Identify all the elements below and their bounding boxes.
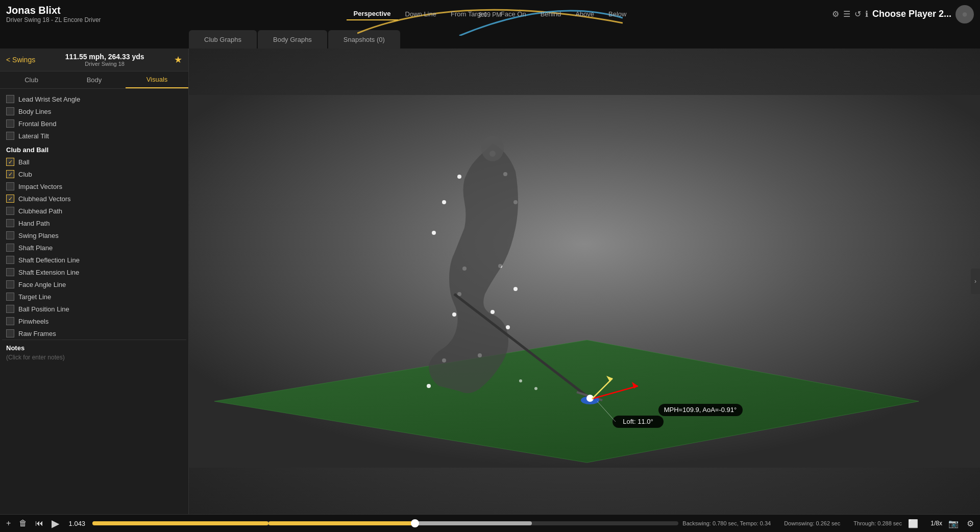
tab-club[interactable]: Club [0,71,63,88]
item-club[interactable]: Club [2,168,186,180]
backswing-label: Backswing: 0.780 sec, Tempo: 0.34 [682,520,771,526]
rewind-button[interactable]: ⏮ [33,518,45,529]
svg-point-17 [513,287,518,291]
speed-display: 1/8x [924,520,942,527]
item-body-lines[interactable]: Body Lines [2,105,186,117]
label-shaft-plane: Shaft Plane [18,244,53,252]
item-swing-planes[interactable]: Swing Planes [2,229,186,241]
tab-body[interactable]: Body [63,71,126,88]
tab-faceon[interactable]: Face On [494,8,533,20]
label-face-angle: Face Angle Line [18,281,66,288]
tab-snapshots[interactable]: Snapshots (0) [328,30,400,49]
delete-button[interactable]: 🗑 [17,518,29,529]
add-marker-button[interactable]: + [4,518,13,529]
cb-raw-frames [6,329,14,337]
sidebar: < Swings 111.55 mph, 264.33 yds Driver S… [0,49,189,514]
item-hand-path[interactable]: Hand Path [2,217,186,229]
top-bar: Jonas Blixt Driver Swing 18 - ZL Encore … [0,0,980,28]
notes-title: Notes [6,344,182,352]
item-shaft-plane[interactable]: Shaft Plane [2,241,186,254]
cb-lateral-tilt [6,132,14,140]
svg-point-6 [442,200,446,204]
label-raw-frames: Raw Frames [18,330,56,337]
play-button[interactable]: ▶ [50,516,61,530]
main-layout: < Swings 111.55 mph, 264.33 yds Driver S… [0,49,980,514]
item-raw-frames[interactable]: Raw Frames [2,327,186,340]
cb-clubhead-path [6,207,14,215]
item-pinwheels[interactable]: Pinwheels [2,315,186,327]
item-lead-wrist[interactable]: Lead Wrist Set Angle [2,93,186,105]
view-tabs: Perspective Down Line From Target Face O… [347,8,634,20]
cb-face-angle [6,280,14,288]
favorite-button[interactable]: ★ [174,54,182,65]
timeline-track[interactable] [92,521,678,525]
tab-above[interactable]: Above [568,8,601,20]
item-shaft-extension[interactable]: Shaft Extension Line [2,266,186,278]
info-icon-right[interactable]: ℹ [865,9,868,19]
item-ball[interactable]: Ball [2,156,186,168]
tab-below[interactable]: Below [601,8,633,20]
svg-text:Loft: 11.0°: Loft: 11.0° [623,418,653,425]
item-face-angle[interactable]: Face Angle Line [2,278,186,291]
tab-behind[interactable]: Behind [533,8,568,20]
sidebar-content: Lead Wrist Set Angle Body Lines Frontal … [0,89,188,514]
label-hand-path: Hand Path [18,220,50,227]
settings-button[interactable]: ⚙ [965,518,976,529]
frame-mode-button[interactable]: ⬜ [906,518,920,529]
sidebar-tabs: Club Body Visuals [0,71,188,89]
label-pinwheels: Pinwheels [18,318,48,325]
notes-section: Notes (Click for enter notes) [2,340,186,365]
cb-shaft-plane [6,244,14,252]
svg-point-15 [427,384,431,388]
list-icon-right[interactable]: ☰ [843,9,850,19]
gear-icon-right[interactable]: ⚙ [832,9,839,19]
tab-visuals[interactable]: Visuals [126,71,188,88]
item-frontal-bend[interactable]: Frontal Bend [2,117,186,130]
top-bar-left: Jonas Blixt Driver Swing 18 - ZL Encore … [0,2,189,27]
cb-target-line [6,293,14,301]
label-swing-planes: Swing Planes [18,232,59,239]
tab-fromtarget[interactable]: From Target [444,8,494,20]
timeline-right-icons: ⬜ 1/8x 📷 ⚙ [906,518,976,529]
cb-clubhead-vectors [6,195,14,203]
svg-point-7 [432,231,436,235]
tab-downline[interactable]: Down Line [398,8,444,20]
label-frontal-bend: Frontal Bend [18,120,56,128]
notes-input[interactable]: (Click for enter notes) [6,354,182,361]
top-bar-right: ⚙ ☰ ↺ ℹ Choose Player 2... ● [791,5,980,23]
timeline-cursor[interactable] [411,519,419,527]
label-body-lines: Body Lines [18,108,51,115]
swing-stats: 111.55 mph, 264.33 yds Driver Swing 18 [39,53,170,67]
back-swings-button[interactable]: < Swings [6,56,35,64]
item-clubhead-path[interactable]: Clubhead Path [2,205,186,217]
tab-perspective[interactable]: Perspective [347,8,398,20]
item-impact-vectors[interactable]: Impact Vectors [2,180,186,192]
item-ball-position[interactable]: Ball Position Line [2,303,186,315]
camera-button[interactable]: 📷 [946,518,961,529]
top-right-icons: ⚙ ☰ ↺ ℹ [832,9,868,19]
svg-text:MPH=109.9, AoA=-0.91°: MPH=109.9, AoA=-0.91° [664,406,737,414]
label-target-line: Target Line [18,293,51,301]
label-clubhead-path: Clubhead Path [18,207,62,215]
downswing-label: Downswing: 0.262 sec [784,520,840,526]
tab-body-graphs[interactable]: Body Graphs [258,30,327,49]
timeline-time: 1.043 [65,520,88,527]
item-target-line[interactable]: Target Line [2,291,186,303]
cb-swing-planes [6,231,14,239]
item-shaft-deflection[interactable]: Shaft Deflection Line [2,254,186,266]
item-clubhead-vectors[interactable]: Clubhead Vectors [2,192,186,205]
avatar-placeholder: ● [962,8,968,20]
swing-name-label: Driver Swing 18 [39,61,170,67]
swing-label: Driver Swing 18 - ZL Encore Driver [6,16,183,23]
chevron-right-icon: › [974,278,976,285]
tab-club-graphs[interactable]: Club Graphs [189,30,257,49]
downswing-segment [268,521,415,525]
label-lead-wrist: Lead Wrist Set Angle [18,95,80,103]
item-lateral-tilt[interactable]: Lateral Tilt [2,130,186,142]
cb-pinwheels [6,317,14,325]
cb-club [6,170,14,178]
svg-point-18 [506,325,510,329]
right-collapse-handle[interactable]: › [971,269,980,294]
refresh-icon[interactable]: ↺ [854,9,861,19]
cb-hand-path [6,219,14,227]
